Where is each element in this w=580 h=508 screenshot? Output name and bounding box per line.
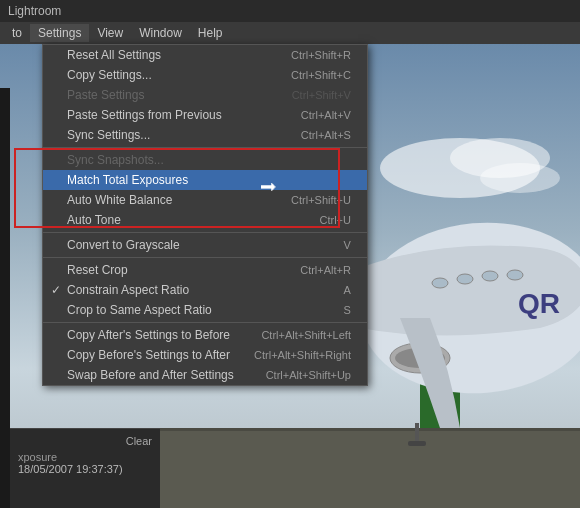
shortcut: A: [344, 284, 351, 296]
menu-item-crop-same-aspect-ratio[interactable]: Crop to Same Aspect Ratio S: [43, 300, 367, 320]
svg-point-2: [480, 163, 560, 193]
menu-label: Copy Settings...: [67, 68, 152, 82]
shortcut: Ctrl+Alt+Shift+Left: [261, 329, 351, 341]
menu-label: Auto White Balance: [67, 193, 172, 207]
menu-item-match-total-exposures[interactable]: Match Total Exposures: [43, 170, 367, 190]
menu-label: Match Total Exposures: [67, 173, 188, 187]
title-bar: Lightroom: [0, 0, 580, 22]
shortcut: Ctrl+Alt+R: [300, 264, 351, 276]
shortcut: Ctrl+Alt+S: [301, 129, 351, 141]
shortcut: Ctrl+Alt+Shift+Up: [266, 369, 351, 381]
shortcut: S: [344, 304, 351, 316]
svg-rect-15: [415, 423, 419, 443]
svg-point-10: [482, 271, 498, 281]
menu-label: Sync Settings...: [67, 128, 150, 142]
shortcut: Ctrl+Alt+V: [301, 109, 351, 121]
menu-label: Paste Settings from Previous: [67, 108, 222, 122]
menu-item-paste-settings-previous[interactable]: Paste Settings from Previous Ctrl+Alt+V: [43, 105, 367, 125]
separator-1: [43, 147, 367, 148]
menu-item-copy-before-to-after[interactable]: Copy Before's Settings to After Ctrl+Alt…: [43, 345, 367, 365]
svg-rect-16: [408, 441, 426, 446]
app-title: Lightroom: [8, 4, 61, 18]
svg-rect-3: [160, 428, 580, 508]
menu-label: Crop to Same Aspect Ratio: [67, 303, 212, 317]
menu-item-reset-crop[interactable]: Reset Crop Ctrl+Alt+R: [43, 260, 367, 280]
menu-window[interactable]: Window: [131, 24, 190, 42]
clear-button[interactable]: Clear: [18, 435, 152, 447]
menu-item-auto-tone[interactable]: Auto Tone Ctrl+U: [43, 210, 367, 230]
menu-label: Paste Settings: [67, 88, 144, 102]
shortcut: Ctrl+Shift+U: [291, 194, 351, 206]
svg-rect-4: [160, 428, 580, 431]
separator-3: [43, 257, 367, 258]
svg-text:QR: QR: [518, 288, 560, 319]
menu-photo[interactable]: to: [4, 24, 30, 42]
menu-item-swap-before-after[interactable]: Swap Before and After Settings Ctrl+Alt+…: [43, 365, 367, 385]
shortcut: Ctrl+Alt+Shift+Right: [254, 349, 351, 361]
settings-dropdown: Reset All Settings Ctrl+Shift+R Copy Set…: [42, 44, 368, 386]
shortcut: Ctrl+Shift+R: [291, 49, 351, 61]
menu-label: Convert to Grayscale: [67, 238, 180, 252]
bottom-panel: Clear xposure 18/05/2007 19:37:37): [10, 428, 160, 508]
shortcut: Ctrl+Shift+V: [292, 89, 351, 101]
menu-item-sync-snapshots: Sync Snapshots...: [43, 150, 367, 170]
svg-point-9: [457, 274, 473, 284]
separator-4: [43, 322, 367, 323]
shortcut: Ctrl+U: [319, 214, 350, 226]
menu-item-copy-after-to-before[interactable]: Copy After's Settings to Before Ctrl+Alt…: [43, 325, 367, 345]
shortcut: V: [344, 239, 351, 251]
menu-settings[interactable]: Settings: [30, 24, 89, 42]
shortcut: Ctrl+Shift+C: [291, 69, 351, 81]
menu-item-auto-white-balance[interactable]: Auto White Balance Ctrl+Shift+U: [43, 190, 367, 210]
menu-label: Reset Crop: [67, 263, 128, 277]
left-panel: [0, 88, 10, 508]
exposure-label: xposure: [18, 451, 152, 463]
menu-item-paste-settings: Paste Settings Ctrl+Shift+V: [43, 85, 367, 105]
menu-label: Reset All Settings: [67, 48, 161, 62]
menu-label: Auto Tone: [67, 213, 121, 227]
menu-label: Copy After's Settings to Before: [67, 328, 230, 342]
menu-bar: to Settings View Window Help: [0, 22, 580, 44]
svg-point-8: [432, 278, 448, 288]
menu-item-convert-to-grayscale[interactable]: Convert to Grayscale V: [43, 235, 367, 255]
menu-item-sync-settings[interactable]: Sync Settings... Ctrl+Alt+S: [43, 125, 367, 145]
date-value: 18/05/2007 19:37:37): [18, 463, 152, 475]
menu-label: Sync Snapshots...: [67, 153, 164, 167]
menu-label: Constrain Aspect Ratio: [67, 283, 189, 297]
menu-item-reset-all-settings[interactable]: Reset All Settings Ctrl+Shift+R: [43, 45, 367, 65]
menu-label: Swap Before and After Settings: [67, 368, 234, 382]
menu-item-constrain-aspect-ratio[interactable]: Constrain Aspect Ratio A: [43, 280, 367, 300]
menu-item-copy-settings[interactable]: Copy Settings... Ctrl+Shift+C: [43, 65, 367, 85]
svg-point-11: [507, 270, 523, 280]
menu-help[interactable]: Help: [190, 24, 231, 42]
dropdown-menu: Reset All Settings Ctrl+Shift+R Copy Set…: [42, 44, 368, 386]
menu-view[interactable]: View: [89, 24, 131, 42]
menu-label: Copy Before's Settings to After: [67, 348, 230, 362]
separator-2: [43, 232, 367, 233]
